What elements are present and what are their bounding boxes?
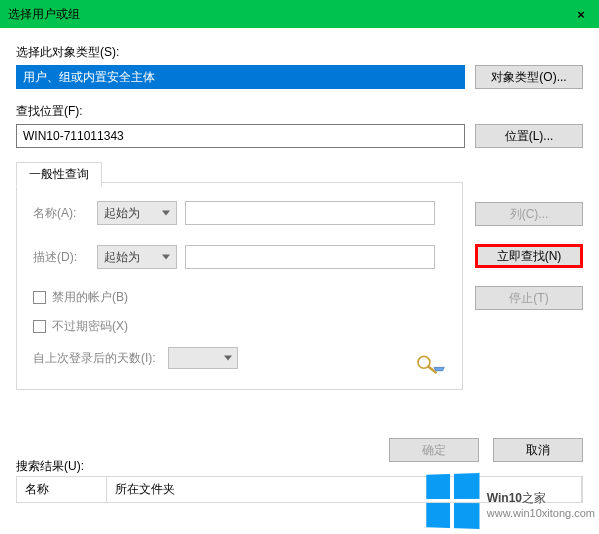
name-label: 名称(A): bbox=[33, 205, 89, 222]
watermark-url: www.win10xitong.com bbox=[487, 507, 595, 519]
no-expire-checkbox[interactable] bbox=[33, 320, 46, 333]
dialog-content: 选择此对象类型(S): 用户、组或内置安全主体 对象类型(O)... 查找位置(… bbox=[0, 28, 599, 398]
location-value: WIN10-711011343 bbox=[23, 129, 124, 143]
object-types-button[interactable]: 对象类型(O)... bbox=[475, 65, 583, 89]
window-title: 选择用户或组 bbox=[8, 6, 80, 23]
object-type-field[interactable]: 用户、组或内置安全主体 bbox=[16, 65, 465, 89]
object-type-label: 选择此对象类型(S): bbox=[16, 44, 583, 61]
tab-panel: 名称(A): 起始为 描述(D): 起始为 bbox=[16, 182, 463, 390]
name-mode-value: 起始为 bbox=[104, 205, 140, 222]
column-header-name[interactable]: 名称 bbox=[17, 477, 107, 502]
column-header-folder[interactable]: 所在文件夹 bbox=[107, 477, 582, 502]
object-type-value: 用户、组或内置安全主体 bbox=[23, 69, 155, 86]
find-now-button[interactable]: 立即查找(N) bbox=[475, 244, 583, 268]
query-tab-area: 一般性查询 名称(A): 起始为 描述(D): 起始为 bbox=[16, 162, 463, 390]
name-input[interactable] bbox=[185, 201, 435, 225]
name-mode-select[interactable]: 起始为 bbox=[97, 201, 177, 225]
columns-button[interactable]: 列(C)... bbox=[475, 202, 583, 226]
desc-mode-value: 起始为 bbox=[104, 249, 140, 266]
disabled-accounts-label: 禁用的帐户(B) bbox=[52, 289, 128, 306]
location-field[interactable]: WIN10-711011343 bbox=[16, 124, 465, 148]
stop-button[interactable]: 停止(T) bbox=[475, 286, 583, 310]
no-expire-label: 不过期密码(X) bbox=[52, 318, 128, 335]
chevron-down-icon bbox=[224, 356, 232, 361]
chevron-down-icon bbox=[162, 255, 170, 260]
tab-general[interactable]: 一般性查询 bbox=[16, 162, 102, 187]
results-label: 搜索结果(U): bbox=[16, 458, 84, 475]
location-label: 查找位置(F): bbox=[16, 103, 583, 120]
results-table: 名称 所在文件夹 bbox=[16, 476, 583, 503]
close-button[interactable]: × bbox=[571, 4, 591, 24]
locations-button[interactable]: 位置(L)... bbox=[475, 124, 583, 148]
days-label: 自上次登录后的天数(I): bbox=[33, 350, 156, 367]
chevron-down-icon bbox=[162, 211, 170, 216]
ok-button[interactable]: 确定 bbox=[389, 438, 479, 462]
days-select[interactable] bbox=[168, 347, 238, 369]
desc-mode-select[interactable]: 起始为 bbox=[97, 245, 177, 269]
results-header: 名称 所在文件夹 bbox=[17, 477, 582, 502]
search-icon bbox=[412, 353, 446, 375]
desc-input[interactable] bbox=[185, 245, 435, 269]
disabled-accounts-checkbox[interactable] bbox=[33, 291, 46, 304]
desc-label: 描述(D): bbox=[33, 249, 89, 266]
cancel-button[interactable]: 取消 bbox=[493, 438, 583, 462]
title-bar: 选择用户或组 × bbox=[0, 0, 599, 28]
